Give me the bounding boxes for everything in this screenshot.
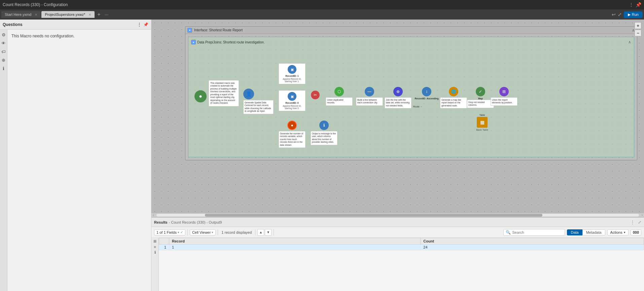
- sidebar-header: Questions ⋮ 📌: [0, 20, 151, 30]
- node-sort-icon: ↕: [426, 89, 428, 94]
- strip-eye-icon[interactable]: 👁: [1, 41, 6, 46]
- table-row[interactable]: 1 1 24: [159, 245, 644, 250]
- actions-button[interactable]: Actions ▾: [607, 229, 629, 235]
- tab-project-superstore[interactable]: ProjectSuperstore.yxwz* ✕: [41, 11, 95, 18]
- tab-bar: Start Here.yxmd ✕ ProjectSuperstore.yxwz…: [0, 9, 644, 20]
- search-input[interactable]: [512, 230, 563, 234]
- run-button[interactable]: ▶ Run: [624, 11, 643, 18]
- node-map-report[interactable]: 🌐 Generate a map like report based on th…: [440, 87, 467, 108]
- node-count-records-desc: Generate the number of records variable,…: [279, 131, 306, 148]
- node-macro-desc[interactable]: This standard macro was created to autom…: [209, 80, 239, 106]
- node-record-id-1[interactable]: ▣ RecordID: 1 Append Record ID, starting…: [279, 63, 306, 84]
- canvas[interactable]: + − ● Interface: Shortest Route Report ∧: [151, 20, 644, 213]
- results-header: Results - Count Records (330) - Output9 …: [151, 218, 644, 227]
- node-info-message[interactable]: ℹ Output a message to the user, which in…: [311, 121, 337, 145]
- workflow-inner-label: Data Prep/Joins: Shortest route investig…: [197, 40, 265, 44]
- tab-project-superstore-close[interactable]: ✕: [88, 13, 91, 17]
- node-build-line-icon: —: [367, 89, 371, 94]
- workflow-inner-toggle[interactable]: ●: [191, 40, 196, 44]
- workflow-outer-label: Interface: Shortest Route Report: [194, 28, 243, 32]
- results-icon-info[interactable]: ℹ: [154, 250, 156, 255]
- tab-start-here[interactable]: Start Here.yxmd ✕: [1, 11, 41, 18]
- top-bar-title: Count Records (330) - Configuration: [3, 2, 68, 7]
- node-basic-table-label: Table: [470, 114, 494, 116]
- nav-up-button[interactable]: ▲: [257, 229, 264, 236]
- strip-add-icon[interactable]: ⊕: [2, 58, 5, 63]
- node-basic-table[interactable]: Table ▦ Basic Table: [470, 114, 494, 131]
- h-scrollbar[interactable]: ‹ ›: [151, 213, 644, 217]
- results-icon-grid[interactable]: ⊞: [153, 239, 156, 244]
- search-box: 🔍: [503, 229, 565, 236]
- count-button[interactable]: 000: [631, 229, 641, 235]
- zoom-out-button[interactable]: −: [635, 30, 641, 36]
- tab-start-here-close[interactable]: ✕: [35, 13, 37, 17]
- node-union[interactable]: ⬡ Union duplicated records.: [326, 87, 353, 106]
- top-bar-pin-icon[interactable]: 📌: [636, 2, 641, 7]
- node-macro-entry[interactable]: ●: [194, 90, 207, 102]
- actions-label: Actions: [610, 230, 622, 234]
- strip-tag-icon[interactable]: 🏷: [1, 49, 6, 54]
- tab-more-button[interactable]: ···: [103, 12, 110, 17]
- node-union-report-icon: ⊞: [502, 89, 506, 94]
- metadata-tab[interactable]: Metadata: [582, 229, 605, 235]
- node-build-line[interactable]: — Build a line between each connection c…: [356, 87, 383, 106]
- actions-arrow: ▾: [624, 231, 625, 234]
- toolbar-sep-3: [255, 229, 255, 235]
- node-info-message-desc: Output a message to the user, which info…: [311, 131, 337, 145]
- fields-check-icon: ✓: [180, 230, 183, 234]
- scroll-left-arrow[interactable]: ‹: [151, 213, 155, 217]
- sidebar-main: This Macro needs no configuration.: [7, 30, 151, 291]
- node-basic-table-sublabel: Basic Table: [470, 129, 494, 131]
- main-layout: Questions ⋮ 📌 ⚙ 👁 🏷 ⊕ ℹ This Macro needs…: [0, 20, 644, 291]
- node-spatial-icon: 👤: [246, 91, 252, 97]
- node-union-report[interactable]: ⊞ Union the report elements by position.: [491, 87, 517, 106]
- node-join[interactable]: ⊕ Join the line with the data set, while…: [385, 87, 412, 108]
- node-basic-table-icon: ▦: [480, 120, 485, 125]
- node-sort[interactable]: ↕ RecordID: Ascending: [413, 87, 440, 100]
- fields-selector-button[interactable]: 1 of 1 Fields ▾ ✓: [154, 229, 185, 235]
- node-macro-icon: ●: [199, 93, 202, 99]
- results-menu-icon[interactable]: ⋮: [631, 220, 635, 225]
- zoom-in-button[interactable]: +: [635, 22, 641, 29]
- table-header-record: Record: [169, 238, 421, 245]
- workflow-outer-toggle[interactable]: ●: [187, 28, 192, 33]
- results-expand-icon[interactable]: ⤢: [638, 220, 641, 225]
- table-cell-rownum: 1: [159, 245, 169, 250]
- data-tab[interactable]: Data: [567, 229, 582, 235]
- node-macro-desc-text: This standard macro was created to autom…: [210, 82, 237, 105]
- node-drop-cols[interactable]: ✓ Map Drop not needed columns.: [467, 87, 494, 108]
- tab-add-button[interactable]: +: [95, 11, 102, 18]
- node-spatial[interactable]: 👤 Generate Spatial Data Centroid for eac…: [243, 89, 274, 114]
- results-icon-list[interactable]: ≡: [154, 245, 156, 249]
- nodes-area: ● This standard macro was created to aut…: [191, 46, 631, 154]
- undo-button[interactable]: ↩: [612, 12, 616, 17]
- expand-button[interactable]: ⤢: [618, 12, 622, 17]
- node-count-records[interactable]: ● Generate the number of records variabl…: [279, 121, 306, 148]
- node-map-report-icon: 🌐: [451, 89, 456, 94]
- sidebar-config-text: This Macro needs no configuration.: [11, 34, 147, 38]
- workflow-inner-header: ● Data Prep/Joins: Shortest route invest…: [191, 40, 631, 44]
- cell-viewer-button[interactable]: Cell Viewer ▾: [190, 229, 216, 235]
- top-bar-menu-icon[interactable]: ⋮: [629, 2, 634, 7]
- sidebar-pin-icon[interactable]: 📌: [143, 22, 148, 27]
- node-record-id-0[interactable]: ▣ RecordID: 0 Append Record ID, starting…: [279, 90, 306, 111]
- search-icon: 🔍: [506, 230, 511, 235]
- workflow-inner-collapse[interactable]: ∧: [628, 40, 631, 44]
- sidebar-menu-icon[interactable]: ⋮: [137, 22, 141, 27]
- table-cell-count: 24: [421, 245, 644, 250]
- route-label: Route →: [413, 105, 423, 108]
- strip-settings-icon[interactable]: ⚙: [2, 32, 6, 37]
- node-record-id-1-label: RecordID: 1: [280, 75, 304, 77]
- node-drop-cols-label: Map: [467, 97, 494, 100]
- node-union-icon: ⬡: [337, 89, 341, 94]
- workflow-outer-header: ● Interface: Shortest Route Report ∧: [185, 27, 637, 34]
- cell-viewer-label: Cell Viewer: [192, 230, 211, 234]
- scroll-right-arrow[interactable]: ›: [640, 213, 644, 217]
- strip-info-icon[interactable]: ℹ: [3, 66, 4, 71]
- nav-down-button[interactable]: ▼: [265, 229, 272, 236]
- node-filter-icon: ✂: [314, 93, 317, 97]
- h-scroll-thumb[interactable]: [205, 214, 542, 217]
- node-filter[interactable]: ✂: [311, 90, 320, 100]
- results-title: Results: [154, 220, 168, 224]
- tab-bar-right: ↩ ⤢ ▶ Run: [612, 11, 643, 18]
